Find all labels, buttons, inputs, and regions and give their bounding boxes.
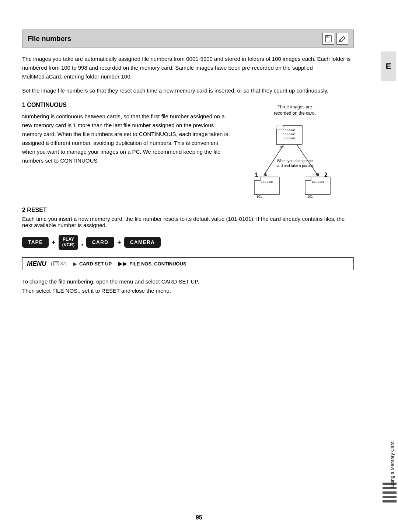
section2-text: Each time you insert a new memory card, … — [22, 216, 354, 228]
svg-text:101-0101: 101-0101 — [312, 180, 324, 184]
svg-text:101: 101 — [256, 195, 262, 198]
two-col-layout: 1 CONTINUOUS Numbering is continuous bet… — [22, 100, 354, 200]
diagram-area: Three images are recorded on the card. 1… — [236, 100, 354, 200]
diagram-svg: 101-0101 101-0102 101-0103 101 1 — [240, 118, 350, 199]
deco-line — [383, 500, 397, 503]
section-header: File numbers — [22, 29, 354, 48]
tape-button: TAPE — [22, 237, 49, 248]
svg-marker-4 — [276, 125, 283, 129]
section1-title: 1 CONTINUOUS — [22, 100, 228, 110]
menu-box: MENU ( ☐ 37) ▶ CARD SET UP ▶▶ FILE NOS. … — [22, 257, 354, 270]
svg-text:101-0101: 101-0101 — [283, 129, 296, 132]
section-title: File numbers — [28, 35, 71, 43]
menu-item1: CARD SET UP — [79, 261, 112, 267]
menu-item2: FILE NOS. CONTINUOUS — [129, 261, 186, 267]
section2-number: 2 — [22, 207, 25, 213]
svg-text:When you change the: When you change the — [277, 159, 313, 163]
page-number: 95 — [196, 514, 202, 521]
section1-heading: CONTINUOUS — [27, 102, 67, 108]
camera-button: CAMERA — [124, 237, 161, 248]
plus-sign-2: + — [117, 239, 121, 246]
svg-text:101-0104: 101-0104 — [261, 180, 273, 184]
plus-sign-1: + — [52, 239, 56, 246]
header-icons — [322, 33, 348, 45]
section2-heading: RESET — [27, 207, 46, 213]
svg-text:101: 101 — [307, 195, 313, 198]
section2-title: 2 RESET — [22, 207, 354, 213]
svg-rect-0 — [325, 35, 331, 42]
right-decoration — [380, 0, 398, 532]
button-row: TAPE + PLAY (VCR) , CARD + CAMERA — [22, 235, 354, 250]
right-label: Using a Memory Card — [390, 441, 395, 488]
diagram: Three images are recorded on the card. 1… — [240, 104, 350, 200]
diag-caption: Three images are recorded on the card. — [240, 104, 350, 117]
para2: Set the image file numbers so that they … — [22, 86, 354, 95]
menu-arrow2: ▶▶ — [118, 260, 127, 267]
play-vcr-button: PLAY (VCR) — [59, 235, 78, 250]
menu-ref: ( ☐ 37) — [51, 261, 67, 266]
card-button: CARD — [86, 237, 114, 248]
deco-line — [383, 491, 397, 494]
menu-label: MENU — [27, 260, 46, 268]
pencil-icon — [336, 33, 348, 45]
comma-sign: , — [81, 238, 83, 247]
section1-content: 1 CONTINUOUS Numbering is continuous bet… — [22, 100, 228, 200]
para1: The images you take are automatically as… — [22, 55, 354, 81]
svg-marker-22 — [305, 177, 311, 181]
menu-arrow1: ▶ — [73, 261, 77, 267]
svg-text:101-0103: 101-0103 — [283, 137, 296, 140]
svg-text:card and take a picture.: card and take a picture. — [276, 164, 314, 168]
svg-text:101-0102: 101-0102 — [283, 133, 296, 136]
page: E Using a Memory Card File numbers — [0, 0, 398, 532]
section2: 2 RESET Each time you insert a new memor… — [22, 207, 354, 228]
footer-text: To change the file numbering, open the m… — [22, 277, 354, 296]
section1-text: Numbering is continuous between cards, s… — [22, 112, 228, 165]
memory-card-icon — [322, 33, 334, 45]
svg-marker-18 — [254, 177, 260, 181]
section1-number: 1 — [22, 102, 25, 108]
main-content: File numbers — [22, 29, 376, 301]
deco-line — [383, 496, 397, 498]
